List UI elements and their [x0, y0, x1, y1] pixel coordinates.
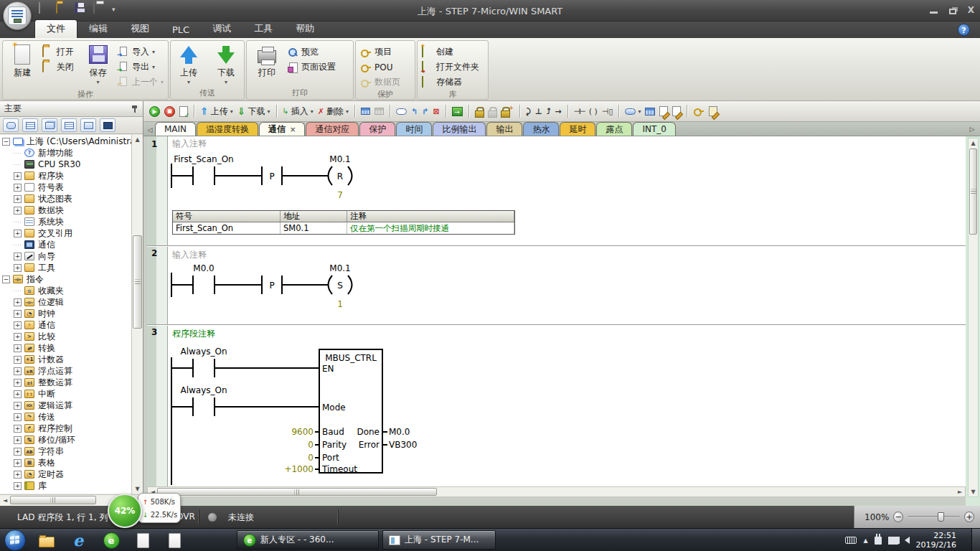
download-button[interactable]: 下载▾	[210, 42, 242, 88]
contact-m00[interactable]: M0.0	[193, 263, 215, 294]
box-icon[interactable]: ⊣▯	[600, 104, 615, 118]
library-create-button[interactable]: 创建	[420, 44, 481, 60]
editor-vertical-scrollbar[interactable]: ▲ ▼	[968, 138, 979, 497]
tree-item-program-control[interactable]: +程序控制	[0, 423, 131, 434]
network-1[interactable]: 1 输入注释 First_Scan_On P	[147, 138, 966, 245]
zoom-slider[interactable]	[908, 516, 960, 518]
toolbar-upload-button[interactable]: ⇑上传▾	[199, 104, 235, 118]
reset-coil[interactable]: M0.1 R 7	[329, 154, 352, 200]
open-button[interactable]: 打开	[40, 44, 80, 60]
start-button[interactable]	[4, 529, 26, 551]
menu-tab-debug[interactable]: 调试	[201, 20, 242, 38]
key-icon[interactable]	[692, 104, 706, 118]
close-button-ribbon[interactable]: 关闭	[40, 60, 80, 75]
green-arrow-icon[interactable]: →	[451, 104, 464, 118]
horizontal-line-icon[interactable]: →	[553, 104, 562, 118]
quick-access-more-icon[interactable]: ▾	[112, 6, 116, 13]
close-tab-icon[interactable]: ×	[290, 123, 296, 136]
branch-up-icon[interactable]: ⤴	[545, 104, 552, 118]
tree-expander-icon[interactable]: +	[14, 264, 22, 272]
tree-expander-icon[interactable]: −	[2, 138, 10, 146]
menu-tab-tools[interactable]: 工具	[242, 20, 284, 38]
editor-tab-比例输出[interactable]: 比例输出	[433, 122, 486, 136]
minimize-button[interactable]	[930, 11, 938, 14]
pin-icon[interactable]	[131, 105, 138, 113]
tree-item-table[interactable]: +表格	[0, 457, 131, 468]
tree-expander-icon[interactable]: +	[14, 390, 22, 398]
editor-tab-通信[interactable]: 通信×	[259, 122, 305, 136]
tree-expander-icon[interactable]: −	[2, 276, 10, 283]
tree-item-wizard[interactable]: +向导	[0, 250, 131, 262]
mbus-ctrl-block[interactable]: MBUS_CTRL EN Mode Baud Parity Port Timeo…	[319, 349, 382, 474]
tree-expander-icon[interactable]: +	[14, 195, 22, 203]
communication-view-icon[interactable]	[100, 118, 116, 132]
tree-item-shift-rotate[interactable]: +移位/循环	[0, 434, 131, 446]
library-open-folder-button[interactable]: 打开文件夹	[420, 60, 481, 75]
memory-usage-ball[interactable]: 42%	[108, 494, 142, 528]
tree-expander-icon[interactable]: +	[14, 402, 22, 410]
tree-item-instructions[interactable]: −指令	[0, 273, 131, 285]
branch-down-icon[interactable]: ⤸	[524, 104, 532, 118]
compile-button[interactable]	[178, 104, 189, 118]
tree-expander-icon[interactable]: +	[14, 448, 22, 456]
tree-expander-icon[interactable]: +	[14, 367, 22, 375]
editor-tab-热水[interactable]: 热水	[523, 122, 559, 136]
menu-tab-file[interactable]: 文件	[34, 19, 77, 38]
tree-item-cross-reference[interactable]: +交叉引用	[0, 227, 131, 239]
internet-explorer-icon[interactable]: e	[69, 532, 88, 549]
clock[interactable]: 22:51 2019/2/16	[916, 531, 956, 550]
tree-expander-icon[interactable]: +	[14, 425, 22, 433]
explorer-icon[interactable]	[37, 532, 56, 549]
tree-expander-icon[interactable]: +	[14, 207, 22, 215]
editor-tab-MAIN[interactable]: MAIN	[155, 122, 196, 136]
tree-item-tools[interactable]: +工具	[0, 262, 131, 273]
tree-item-move[interactable]: +传送	[0, 411, 131, 423]
tree-expander-icon[interactable]: +	[14, 459, 22, 467]
zoom-in-button[interactable]: +	[964, 512, 974, 522]
tree-item-communication[interactable]: 通信	[0, 239, 131, 250]
taskbar-window-step7[interactable]: 上海 - STEP 7-M...	[382, 530, 496, 550]
tree-expander-icon[interactable]: +	[14, 172, 22, 180]
tree-item-interrupt[interactable]: +中断	[0, 388, 131, 400]
tree-expander-icon[interactable]: +	[14, 310, 22, 318]
show-desktop-button[interactable]	[971, 529, 980, 551]
editor-horizontal-scrollbar[interactable]: ◄ ►	[147, 486, 966, 497]
page-setup-button[interactable]: 页面设置	[285, 60, 338, 75]
document-icon[interactable]	[165, 532, 184, 549]
editor-tab-温湿度转换[interactable]: 温湿度转换	[197, 122, 258, 136]
edge-contact[interactable]: P	[262, 276, 282, 294]
symbol-table-view-icon[interactable]	[22, 118, 38, 132]
document-icon[interactable]	[133, 532, 152, 549]
tree-expander-icon[interactable]: +	[14, 413, 22, 421]
close-button[interactable]: X	[968, 6, 974, 14]
help-icon[interactable]: ?	[958, 24, 970, 36]
tree-expander-icon[interactable]: +	[14, 482, 22, 490]
contact-first-scan[interactable]: First_Scan_On	[174, 154, 233, 185]
tree-item-logic-ops[interactable]: +逻辑运算	[0, 400, 131, 411]
sidebar-vertical-scrollbar[interactable]: ▲ ▼	[131, 135, 143, 494]
tree-expander-icon[interactable]: +	[14, 344, 22, 352]
address-table-icon[interactable]	[644, 104, 656, 118]
tree-item-comm-instr[interactable]: +通信	[0, 319, 131, 331]
editor-tab-输出[interactable]: 输出	[486, 122, 522, 136]
tree-item-favorites[interactable]: 收藏夹	[0, 285, 131, 296]
contact-always-on-en[interactable]: Always_On	[180, 347, 227, 377]
menu-tab-view[interactable]: 视图	[119, 20, 161, 38]
run-button[interactable]: ▶	[148, 104, 161, 118]
import-button[interactable]: ➜导入▾	[116, 44, 166, 60]
edge-contact[interactable]: P	[262, 166, 282, 185]
protect-pou-button[interactable]: POU	[358, 60, 402, 75]
tree-item-cpu[interactable]: CPU SR30	[0, 159, 131, 170]
tree-item-timer[interactable]: +定时器	[0, 468, 131, 480]
power-icon[interactable]	[875, 537, 882, 545]
new-file-icon[interactable]	[37, 3, 50, 16]
tree-expander-icon[interactable]: +	[14, 298, 22, 306]
branch-junction-icon[interactable]: ⊥	[534, 104, 544, 118]
tree-item-compare[interactable]: +比较	[0, 331, 131, 342]
tree-item-string[interactable]: +字符串	[0, 446, 131, 457]
tree-expander-icon[interactable]: +	[14, 184, 22, 192]
lock-add-icon[interactable]: +	[499, 104, 516, 118]
tree-item-counter[interactable]: +计数器	[0, 354, 131, 365]
block-input-values[interactable]: 9600 0 0 +1000	[284, 427, 319, 474]
tree-item-bit-logic[interactable]: +位逻辑	[0, 296, 131, 308]
